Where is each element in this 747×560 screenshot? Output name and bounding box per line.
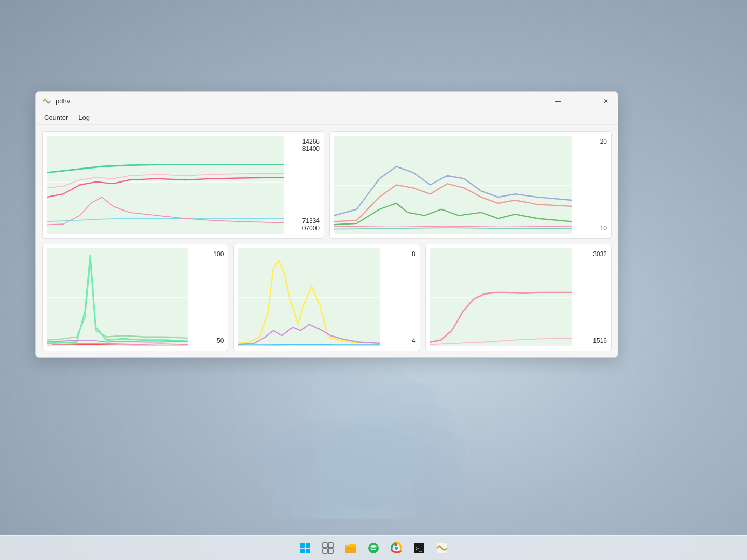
svg-rect-16 [238, 297, 380, 298]
chart2-label-bottom: 10 [600, 225, 607, 232]
svg-rect-10 [47, 182, 284, 183]
titlebar: pdhv — □ ✕ [36, 92, 618, 110]
chart-labels-1: 14266 81400 71334 07000 [288, 136, 320, 234]
chart1-label-bot2: 07000 [302, 225, 320, 232]
maximize-button[interactable]: □ [570, 92, 594, 110]
window-controls: — □ ✕ [546, 92, 618, 110]
menu-counter[interactable]: Counter [40, 113, 72, 122]
minimize-button[interactable]: — [546, 92, 570, 110]
svg-rect-25 [323, 549, 327, 553]
taskbar-task-view[interactable] [317, 538, 338, 558]
chart1-label-top1: 14266 [302, 138, 320, 145]
svg-rect-21 [300, 549, 305, 553]
svg-rect-20 [306, 543, 310, 548]
charts-row-2: 100 50 [42, 244, 612, 351]
svg-rect-26 [328, 549, 333, 553]
taskbar-spotify[interactable] [363, 538, 384, 558]
charts-area: 14266 81400 71334 07000 [36, 125, 618, 357]
chart-canvas-5 [430, 248, 572, 346]
desktop: pdhv — □ ✕ Counter Log [0, 0, 747, 560]
close-button[interactable]: ✕ [594, 92, 618, 110]
taskbar-terminal[interactable]: >_ [409, 538, 430, 558]
chart-canvas-3 [47, 248, 188, 346]
svg-rect-19 [300, 543, 305, 548]
svg-rect-18 [430, 297, 572, 298]
svg-point-32 [395, 547, 398, 550]
chart-canvas-2 [334, 136, 572, 234]
taskbar-chrome[interactable] [386, 538, 407, 558]
taskbar-file-explorer[interactable] [340, 538, 361, 558]
chart-canvas-1 [47, 136, 284, 234]
chart1-label-bot1: 71334 [302, 217, 320, 225]
chart5-label-top: 3032 [593, 250, 607, 258]
svg-point-28 [368, 543, 379, 553]
chart-panel-5: 3032 1516 [425, 244, 612, 351]
taskbar-start[interactable] [295, 538, 315, 558]
chart2-label-top: 20 [600, 138, 607, 145]
menu-log[interactable]: Log [74, 113, 94, 122]
svg-rect-24 [328, 543, 333, 548]
chart-labels-4: 8 4 [384, 248, 416, 346]
chart-panel-4: 8 4 [233, 244, 420, 351]
chart-labels-2: 20 10 [576, 136, 607, 234]
svg-rect-23 [323, 543, 327, 548]
chart1-label-top2: 81400 [302, 145, 320, 152]
chart4-label-bottom: 4 [412, 337, 416, 344]
app-icon [42, 96, 51, 106]
taskbar: >_ [0, 535, 747, 560]
charts-row-1: 14266 81400 71334 07000 [42, 131, 612, 239]
chart-labels-3: 100 50 [192, 248, 224, 346]
chart-panel-1: 14266 81400 71334 07000 [42, 131, 324, 239]
chart3-label-bottom: 50 [217, 337, 224, 344]
taskbar-pdhv[interactable] [432, 538, 452, 558]
svg-text:>_: >_ [416, 545, 422, 552]
chart-labels-5: 3032 1516 [576, 248, 607, 346]
app-window: pdhv — □ ✕ Counter Log [35, 91, 618, 358]
window-title: pdhv [56, 97, 70, 105]
menubar: Counter Log [36, 110, 618, 125]
chart-canvas-4 [238, 248, 380, 346]
svg-rect-22 [306, 549, 310, 553]
chart-panel-2: 20 10 [329, 131, 612, 239]
chart-panel-3: 100 50 [42, 244, 228, 351]
chart5-label-bottom: 1516 [593, 337, 607, 344]
chart4-label-top: 8 [412, 250, 416, 258]
chart3-label-top: 100 [213, 250, 224, 258]
svg-rect-14 [47, 297, 188, 298]
